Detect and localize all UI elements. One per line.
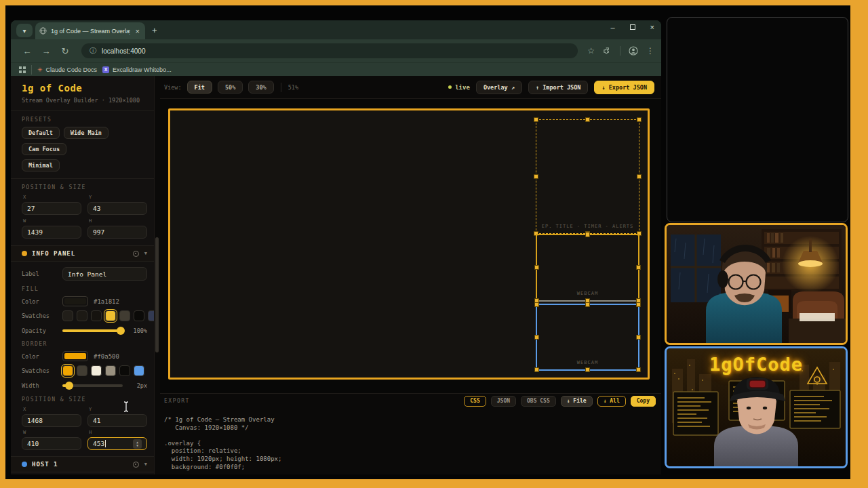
fill-color-swatch[interactable] (62, 296, 88, 306)
h2-field-focused[interactable]: 453 ▲▼ (87, 437, 147, 450)
resize-handle[interactable] (637, 117, 642, 122)
site-info-icon[interactable]: ⓘ (90, 46, 96, 56)
preset-button-minimal[interactable]: Minimal (22, 159, 60, 171)
resize-handle[interactable] (637, 174, 642, 179)
code-line: width: 1920px; height: 1080px; (164, 455, 654, 464)
excalidraw-favicon: X (102, 66, 109, 73)
tab-search-button[interactable]: ▾ (16, 24, 33, 37)
resize-handle[interactable] (636, 367, 641, 372)
profile-avatar-icon[interactable] (629, 46, 638, 56)
resize-handle[interactable] (534, 174, 538, 179)
overlay-link-button[interactable]: Overlay ↗ (476, 81, 522, 94)
webcam2-element[interactable]: WEBCAM (536, 304, 639, 371)
resize-handle[interactable] (534, 265, 539, 270)
bookmark-item-claude[interactable]: ✳ Claude Code Docs (37, 66, 97, 73)
collapse-chevron-icon[interactable]: ▼ (144, 462, 147, 467)
resize-handle[interactable] (534, 367, 539, 372)
fill-swatch[interactable] (134, 310, 144, 321)
fill-swatch[interactable] (91, 310, 102, 321)
sidebar-scrollbar[interactable] (155, 237, 159, 352)
bookmark-star-icon[interactable]: ☆ (587, 46, 595, 56)
focus-target-icon[interactable] (133, 251, 139, 257)
export-all-button[interactable]: ↓ All (597, 396, 626, 407)
y-field[interactable]: 43 (87, 202, 147, 215)
resize-handle[interactable] (585, 367, 590, 372)
resize-handle[interactable] (636, 302, 641, 307)
fill-swatch[interactable] (62, 310, 73, 321)
copy-button[interactable]: Copy (631, 396, 656, 407)
new-tab-button[interactable]: + (152, 25, 157, 35)
opacity-slider[interactable] (62, 329, 123, 332)
browser-tab[interactable]: 1g of Code — Stream Overlay B × (35, 22, 145, 39)
resize-handle[interactable] (585, 117, 590, 122)
border-swatch-selected[interactable] (62, 365, 73, 376)
url-bar[interactable]: ⓘ localhost:4000 (81, 43, 578, 58)
stepper-down-icon[interactable]: ▼ (136, 444, 138, 447)
border-color-swatch[interactable] (62, 351, 88, 361)
border-swatch[interactable] (105, 365, 116, 376)
h-value: 997 (93, 228, 104, 236)
border-swatch[interactable] (77, 365, 87, 376)
resize-handle[interactable] (636, 335, 641, 340)
canvas-viewport[interactable]: EP. TITLE - TIMER - ALERTS WEBCAM (160, 99, 661, 393)
w-field[interactable]: 1439 (22, 226, 81, 239)
y2-field[interactable]: 41 (87, 414, 147, 427)
back-button[interactable]: ← (20, 46, 34, 56)
fill-swatch[interactable] (148, 310, 155, 321)
import-json-button[interactable]: ↑ Import JSON (528, 81, 589, 94)
extensions-icon[interactable] (603, 47, 612, 56)
export-file-button[interactable]: ↓ File (561, 396, 593, 407)
webcam1-element[interactable]: WEBCAM (536, 234, 639, 302)
export-json-button[interactable]: ↓ Export JSON (594, 81, 654, 94)
resize-handle[interactable] (585, 232, 590, 237)
preset-button-wide-main[interactable]: Wide Main (64, 127, 108, 139)
app-content: 1g of Code Stream Overlay Builder · 1920… (11, 76, 661, 474)
apps-grid-icon[interactable] (19, 66, 26, 73)
maximize-button[interactable] (630, 23, 635, 31)
bookmark-item-excalidraw[interactable]: X Excalidraw Whitebo... (102, 66, 172, 73)
h2-value: 453 (93, 440, 104, 447)
preset-button-default[interactable]: Default (22, 127, 60, 139)
border-swatch[interactable] (134, 365, 144, 376)
host1-section-header[interactable]: HOST 1 ▼ (11, 456, 154, 472)
h-field[interactable]: 997 (87, 226, 147, 239)
tab-close-icon[interactable]: × (134, 27, 141, 35)
forward-button[interactable]: → (39, 46, 53, 56)
border-swatch[interactable] (91, 365, 102, 376)
export-json-tab-button[interactable]: JSON (491, 396, 516, 407)
resize-handle[interactable] (585, 302, 590, 307)
collapse-chevron-icon[interactable]: ▼ (144, 251, 147, 256)
x-field[interactable]: 27 (22, 202, 81, 215)
opacity-slider-thumb[interactable] (117, 327, 125, 335)
export-obs-css-button[interactable]: OBS CSS (521, 396, 556, 407)
number-stepper[interactable]: ▲▼ (133, 439, 142, 449)
w2-field[interactable]: 410 (22, 437, 81, 450)
resize-handle[interactable] (534, 302, 539, 307)
info-panel-element-selected[interactable]: EP. TITLE - TIMER - ALERTS (536, 119, 639, 234)
border-swatch[interactable] (119, 365, 130, 376)
fill-swatch-selected[interactable] (105, 310, 116, 321)
zoom-30-button[interactable]: 30% (248, 81, 273, 94)
menu-kebab-icon[interactable]: ⋮ (646, 46, 654, 56)
resize-handle[interactable] (636, 265, 641, 270)
overlay-preview[interactable]: EP. TITLE - TIMER - ALERTS WEBCAM (168, 108, 650, 380)
code-preview: /* 1g of Code — Stream Overlay Canvas: 1… (160, 408, 661, 471)
preset-button-cam-focus[interactable]: Cam Focus (22, 143, 66, 155)
label-field[interactable]: Info Panel (62, 267, 147, 281)
minimize-button[interactable]: – (610, 23, 614, 31)
x2-field[interactable]: 1468 (22, 414, 81, 427)
fill-swatch[interactable] (77, 310, 87, 321)
x-value: 27 (27, 205, 35, 212)
zoom-50-button[interactable]: 50% (218, 81, 243, 94)
resize-handle[interactable] (534, 117, 538, 122)
fill-swatch[interactable] (119, 310, 130, 321)
zoom-fit-button[interactable]: Fit (187, 81, 212, 94)
export-css-button[interactable]: CSS (464, 396, 486, 407)
resize-handle[interactable] (534, 335, 539, 340)
reload-button[interactable]: ↻ (58, 46, 72, 56)
close-button[interactable]: × (650, 23, 654, 31)
border-width-slider[interactable] (62, 384, 123, 387)
border-width-slider-thumb[interactable] (65, 382, 73, 390)
focus-target-icon[interactable] (133, 462, 139, 468)
info-panel-section-header[interactable]: INFO PANEL ▼ (11, 245, 154, 262)
